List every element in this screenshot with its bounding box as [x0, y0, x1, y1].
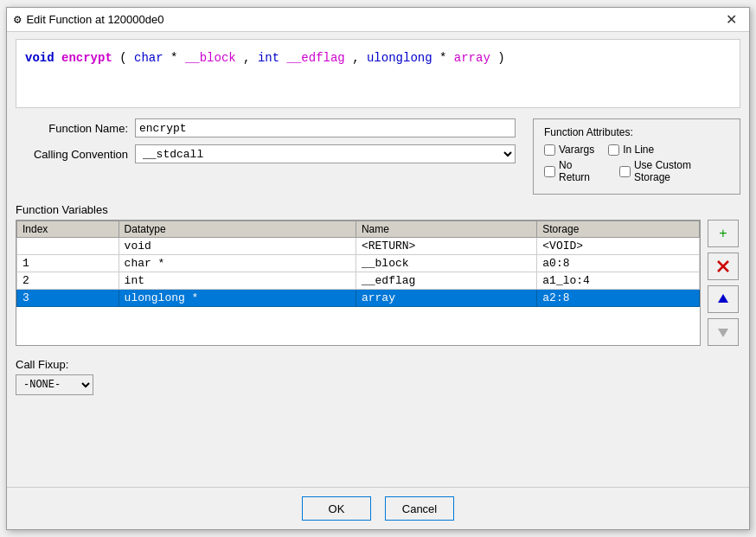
cell-datatype: ulonglong *: [119, 290, 356, 307]
table-row[interactable]: void <RETURN> <VOID>: [17, 238, 700, 255]
attributes-title: Function Attributes:: [544, 126, 729, 138]
down-arrow-icon: [716, 325, 730, 339]
param-array: array: [454, 51, 490, 65]
varargs-checkbox[interactable]: [544, 144, 555, 156]
inline-checkbox[interactable]: [608, 144, 619, 156]
move-up-button[interactable]: [708, 285, 739, 313]
function-attributes-box: Function Attributes: Varargs In Line No …: [533, 118, 740, 195]
form-section: Function Name: Calling Convention __stdc…: [16, 118, 740, 195]
function-name-label: Function Name:: [16, 122, 128, 135]
variables-table: Index Datatype Name Storage void <RETURN…: [16, 220, 701, 346]
varargs-item: Varargs: [544, 144, 594, 156]
variables-data-table: Index Datatype Name Storage void <RETURN…: [16, 221, 700, 307]
no-return-label: No Return: [559, 159, 605, 183]
col-datatype: Datatype: [119, 221, 356, 238]
table-row[interactable]: 3 ulonglong * array a2:8: [17, 290, 700, 307]
col-index: Index: [17, 221, 119, 238]
cell-index: 3: [17, 290, 119, 307]
custom-storage-item: Use Custom Storage: [619, 159, 729, 183]
call-fixup-section: Call Fixup: -NONE-: [16, 358, 740, 395]
variables-title: Function Variables: [16, 203, 740, 216]
cell-index: 2: [17, 272, 119, 290]
type-char: char: [134, 51, 163, 65]
cell-name: __edflag: [356, 272, 536, 290]
cell-index: 1: [17, 255, 119, 272]
function-name-input[interactable]: [135, 118, 516, 137]
edit-function-dialog: ⚙ Edit Function at 120000de0 ✕ void encr…: [6, 7, 750, 530]
dialog-icon: ⚙: [14, 12, 21, 27]
svg-marker-2: [718, 294, 728, 303]
cell-storage: <VOID>: [537, 238, 700, 255]
cell-storage: a2:8: [537, 290, 700, 307]
calling-convention-label: Calling Convention: [16, 148, 128, 161]
title-bar: ⚙ Edit Function at 120000de0 ✕: [7, 8, 749, 32]
type-ulonglong: ulonglong: [367, 51, 432, 65]
cell-datatype: int: [119, 272, 356, 290]
custom-storage-label: Use Custom Storage: [634, 159, 729, 183]
cell-name: array: [356, 290, 536, 307]
keyword-void: void: [25, 51, 54, 65]
type-int: int: [258, 51, 279, 65]
table-header-row: Index Datatype Name Storage: [17, 221, 700, 238]
add-variable-button[interactable]: +: [708, 220, 739, 247]
no-return-item: No Return: [544, 159, 605, 183]
attr-row-2: No Return Use Custom Storage: [544, 159, 729, 183]
form-left: Function Name: Calling Convention __stdc…: [16, 118, 516, 163]
cell-storage: a1_lo:4: [537, 272, 700, 290]
close-button[interactable]: ✕: [721, 11, 742, 29]
dialog-title: Edit Function at 120000de0: [26, 13, 163, 26]
call-fixup-select[interactable]: -NONE-: [16, 374, 93, 395]
cell-storage: a0:8: [537, 255, 700, 272]
function-preview: void encrypt ( char * __block , int __ed…: [16, 39, 740, 108]
cell-index: [17, 238, 119, 255]
cell-name: <RETURN>: [356, 238, 536, 255]
dialog-footer: OK Cancel: [7, 487, 749, 529]
function-name-preview: encrypt: [61, 51, 112, 65]
table-buttons: +: [708, 220, 740, 346]
param-block: __block: [185, 51, 236, 65]
no-return-checkbox[interactable]: [544, 166, 555, 177]
svg-marker-3: [718, 329, 728, 337]
delete-variable-button[interactable]: [708, 253, 739, 280]
col-name: Name: [356, 221, 536, 238]
function-name-row: Function Name:: [16, 118, 516, 137]
ok-button[interactable]: OK: [302, 496, 371, 521]
call-fixup-label: Call Fixup:: [16, 358, 740, 371]
cell-name: __block: [356, 255, 536, 272]
delete-icon: [716, 259, 730, 273]
calling-convention-select[interactable]: __stdcall __cdecl __fastcall __pascal: [135, 144, 516, 163]
inline-label: In Line: [623, 144, 654, 156]
table-row[interactable]: 1 char * __block a0:8: [17, 255, 700, 272]
inline-item: In Line: [608, 144, 654, 156]
move-down-button[interactable]: [708, 318, 739, 346]
attr-row-1: Varargs In Line: [544, 144, 729, 156]
param-edflag: __edflag: [287, 51, 345, 65]
up-arrow-icon: [716, 292, 730, 306]
variables-container: Index Datatype Name Storage void <RETURN…: [16, 220, 740, 346]
custom-storage-checkbox[interactable]: [619, 166, 631, 177]
cell-datatype: char *: [119, 255, 356, 272]
calling-convention-row: Calling Convention __stdcall __cdecl __f…: [16, 144, 516, 163]
col-storage: Storage: [537, 221, 700, 238]
varargs-label: Varargs: [559, 144, 594, 156]
table-row[interactable]: 2 int __edflag a1_lo:4: [17, 272, 700, 290]
title-bar-left: ⚙ Edit Function at 120000de0: [14, 12, 163, 27]
variables-section: Function Variables Index Datatype Name S…: [16, 203, 740, 346]
cell-datatype: void: [119, 238, 356, 255]
cancel-button[interactable]: Cancel: [385, 496, 454, 521]
